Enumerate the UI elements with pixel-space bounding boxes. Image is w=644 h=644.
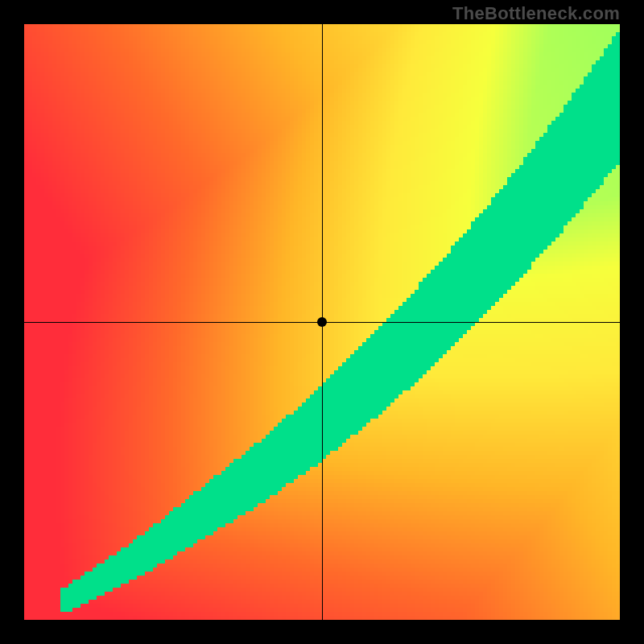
chart-frame: TheBottleneck.com bbox=[0, 0, 644, 644]
heatmap-plot bbox=[24, 24, 620, 620]
watermark-text: TheBottleneck.com bbox=[452, 3, 620, 24]
marker-dot bbox=[317, 317, 327, 327]
